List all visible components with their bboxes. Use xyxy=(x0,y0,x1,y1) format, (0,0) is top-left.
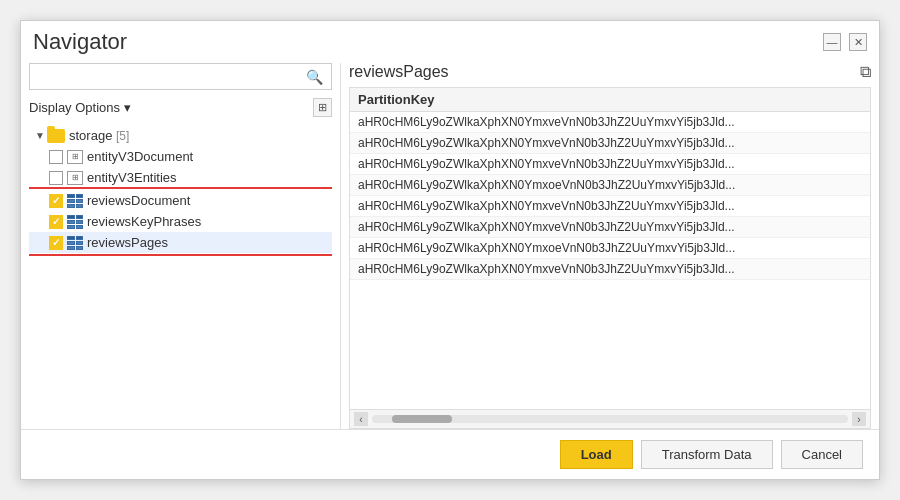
tree-label-entityV3Document: entityV3Document xyxy=(87,149,193,164)
scroll-right-arrow[interactable]: › xyxy=(852,412,866,426)
tree-item-reviewsKeyPhrases[interactable]: ✓ reviewsKeyPhrases xyxy=(29,211,332,232)
scrollbar-track xyxy=(372,415,848,423)
refresh-icon[interactable]: ⧉ xyxy=(860,63,871,81)
folder-icon xyxy=(47,129,65,143)
tree-item-reviewsPages[interactable]: ✓ reviewsPages xyxy=(29,232,332,253)
left-panel: 🔍 Display Options ▾ ⊞ ▼ storage [5] xyxy=(21,63,341,429)
preview-row: aHR0cHM6Ly9oZWlkaXphXN0YmxoeVnN0b3JhZ2Uu… xyxy=(350,175,870,196)
right-panel: reviewsPages ⧉ PartitionKey aHR0cHM6Ly9o… xyxy=(341,63,879,429)
table-icon-reviewsKeyPhrases xyxy=(67,215,83,229)
preview-row: aHR0cHM6Ly9oZWlkaXphXN0YmxveVnN0b3JhZ2Uu… xyxy=(350,217,870,238)
table-icon-reviewsPages xyxy=(67,236,83,250)
table-icon-reviewsDocument xyxy=(67,194,83,208)
preview-row: aHR0cHM6Ly9oZWlkaXphXN0YmxoeVnN0b3JhZ2Uu… xyxy=(350,238,870,259)
entity-icon-entityV3Document: ⊞ xyxy=(67,150,83,164)
tree-label-reviewsDocument: reviewsDocument xyxy=(87,193,190,208)
navigator-dialog: Navigator — ✕ 🔍 Display Options ▾ ⊞ xyxy=(20,20,880,480)
preview-row: aHR0cHM6Ly9oZWlkaXphXN0YmxveVnN0b3JhZ2Uu… xyxy=(350,259,870,280)
checkbox-entityV3Document[interactable] xyxy=(49,150,63,164)
title-bar-controls: — ✕ xyxy=(823,33,867,51)
preview-row: aHR0cHM6Ly9oZWlkaXphXN0YmxveVnN0b3JhZ2Uu… xyxy=(350,112,870,133)
tree-item-entityV3Document[interactable]: ⊞ entityV3Document xyxy=(29,146,332,167)
checkbox-reviewsDocument[interactable]: ✓ xyxy=(49,194,63,208)
horizontal-scrollbar[interactable]: ‹ › xyxy=(350,409,870,428)
cancel-button[interactable]: Cancel xyxy=(781,440,863,469)
chevron-down-icon: ▾ xyxy=(124,100,131,115)
checkbox-reviewsPages[interactable]: ✓ xyxy=(49,236,63,250)
preview-row: aHR0cHM6Ly9oZWlkaXphXN0YmxveVnN0b3JhZ2Uu… xyxy=(350,154,870,175)
tree-list: ▼ storage [5] ⊞ entityV3Document ⊞ en xyxy=(29,125,332,429)
scrollbar-thumb[interactable] xyxy=(392,415,452,423)
preview-title-row: reviewsPages ⧉ xyxy=(349,63,871,81)
multi-select-icon[interactable]: ⊞ xyxy=(313,98,332,117)
title-bar: Navigator — ✕ xyxy=(21,21,879,55)
entity-icon-entityV3Entities: ⊞ xyxy=(67,171,83,185)
minimize-button[interactable]: — xyxy=(823,33,841,51)
display-options-row: Display Options ▾ ⊞ xyxy=(29,98,332,117)
tree-item-storage[interactable]: ▼ storage [5] xyxy=(29,125,332,146)
close-button[interactable]: ✕ xyxy=(849,33,867,51)
search-button[interactable]: 🔍 xyxy=(298,65,331,89)
tree-item-entityV3Entities[interactable]: ⊞ entityV3Entities xyxy=(29,167,332,188)
tree-label-reviewsKeyPhrases: reviewsKeyPhrases xyxy=(87,214,201,229)
tree-toggle-storage[interactable]: ▼ xyxy=(33,129,47,143)
preview-table-body[interactable]: aHR0cHM6Ly9oZWlkaXphXN0YmxveVnN0b3JhZ2Uu… xyxy=(350,112,870,409)
scroll-left-arrow[interactable]: ‹ xyxy=(354,412,368,426)
tree-label-entityV3Entities: entityV3Entities xyxy=(87,170,177,185)
preview-row: aHR0cHM6Ly9oZWlkaXphXN0YmxveVnN0b3JhZ2Uu… xyxy=(350,196,870,217)
checkbox-reviewsKeyPhrases[interactable]: ✓ xyxy=(49,215,63,229)
tree-label-reviewsPages: reviewsPages xyxy=(87,235,168,250)
display-options-button[interactable]: Display Options ▾ xyxy=(29,100,131,115)
dialog-body: 🔍 Display Options ▾ ⊞ ▼ storage [5] xyxy=(21,55,879,429)
dialog-footer: Load Transform Data Cancel xyxy=(21,429,879,479)
tree-label-storage: storage [5] xyxy=(69,128,129,143)
search-input[interactable] xyxy=(30,64,298,89)
dialog-title: Navigator xyxy=(33,29,127,55)
search-box: 🔍 xyxy=(29,63,332,90)
preview-title: reviewsPages xyxy=(349,63,449,81)
preview-table-header: PartitionKey xyxy=(350,88,870,112)
transform-data-button[interactable]: Transform Data xyxy=(641,440,773,469)
preview-table: PartitionKey aHR0cHM6Ly9oZWlkaXphXN0Ymxv… xyxy=(349,87,871,429)
checkbox-entityV3Entities[interactable] xyxy=(49,171,63,185)
display-options-label-text: Display Options xyxy=(29,100,120,115)
tree-item-reviewsDocument[interactable]: ✓ reviewsDocument xyxy=(29,190,332,211)
preview-row: aHR0cHM6Ly9oZWlkaXphXN0YmxveVnN0b3JhZ2Uu… xyxy=(350,133,870,154)
load-button[interactable]: Load xyxy=(560,440,633,469)
